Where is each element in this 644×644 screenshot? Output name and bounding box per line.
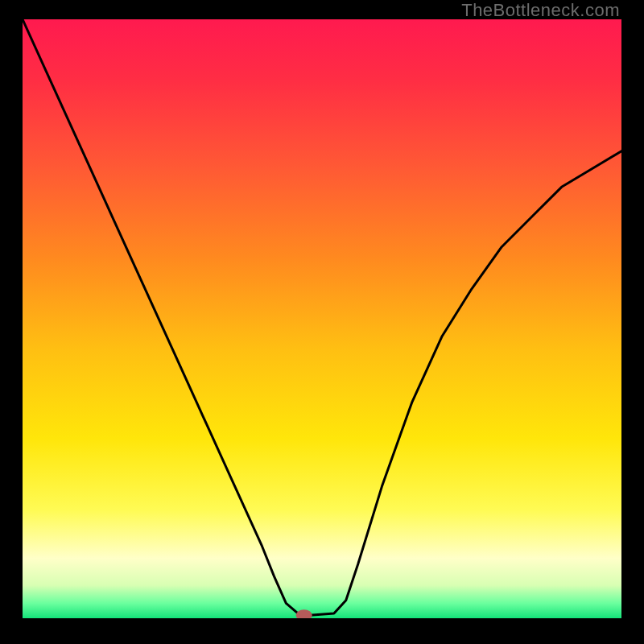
plot-area (23, 19, 621, 618)
gradient-background (23, 19, 621, 618)
chart-frame: TheBottleneck.com (0, 0, 644, 644)
watermark-label: TheBottleneck.com (461, 0, 620, 21)
chart-svg (23, 19, 621, 618)
